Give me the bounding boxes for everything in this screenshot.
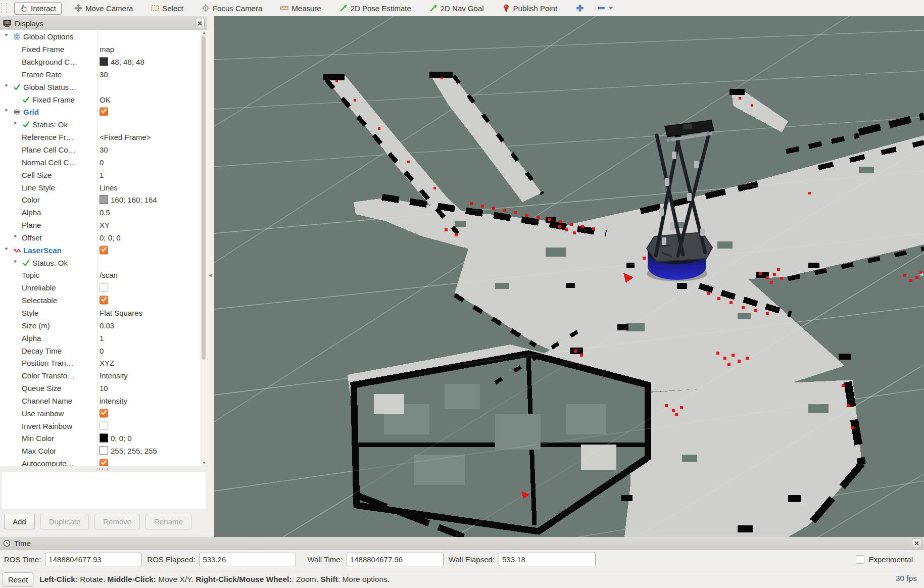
tree-row-line-style[interactable]: Line StyleLines xyxy=(0,181,207,193)
ros-time-input[interactable] xyxy=(45,553,142,566)
tree-row-position-tran[interactable]: Position Tran…XYZ xyxy=(0,357,207,369)
tree-row-reference-fr[interactable]: Reference Fr…<Fixed Frame> xyxy=(0,131,207,143)
scrollbar-thumb[interactable] xyxy=(202,36,206,360)
tree-row-decay-time[interactable]: Decay Time0 xyxy=(0,344,207,357)
ros-elapsed-field: ROS Elapsed: xyxy=(147,553,296,566)
toolbar-2d-pose-estimate[interactable]: 2D Pose Estimate xyxy=(334,2,417,15)
property-label: Fixed Frame xyxy=(32,95,75,104)
toolbar-publish-point[interactable]: Publish Point xyxy=(497,2,563,15)
toolbar-label: Focus Camera xyxy=(213,4,262,13)
toolbar-interact[interactable]: Interact xyxy=(14,2,62,15)
tree-row-laserscan[interactable]: LaserScan xyxy=(0,243,207,256)
tree-row-use-rainbow[interactable]: Use rainbow xyxy=(0,407,207,419)
tree-row-min-color[interactable]: Min Color0; 0; 0 xyxy=(0,432,207,445)
property-value xyxy=(100,246,108,254)
fps-counter: 30 fps xyxy=(896,574,917,583)
tree-row-frame-rate[interactable]: Frame Rate30 xyxy=(0,68,207,81)
checkbox-checked[interactable] xyxy=(100,409,108,417)
tree-row-global-options[interactable]: Global Options xyxy=(0,30,207,43)
ros-elapsed-input[interactable] xyxy=(199,553,296,566)
experimental-option[interactable]: Experimental xyxy=(856,555,913,564)
experimental-checkbox[interactable] xyxy=(856,555,864,564)
toolbar-focus-camera[interactable]: Focus Camera xyxy=(196,2,268,15)
expander-open-icon[interactable] xyxy=(4,83,11,90)
collapse-right-icon[interactable]: ◀ xyxy=(919,272,924,283)
property-label: Use rainbow xyxy=(22,409,64,417)
property-label: Grid xyxy=(23,108,39,116)
checkbox-checked[interactable] xyxy=(100,296,108,305)
tree-row-fixed-frame[interactable]: Fixed Framemap xyxy=(0,43,207,56)
property-label: Plane Cell Co… xyxy=(22,145,76,154)
tree-row-autocompute[interactable]: Autocompute… xyxy=(0,457,207,466)
color-swatch[interactable] xyxy=(100,447,108,455)
property-value: Lines xyxy=(100,183,118,191)
checkbox-unchecked[interactable] xyxy=(100,421,108,430)
tree-row-status-ok[interactable]: Status: Ok xyxy=(0,256,207,269)
time-close-icon[interactable] xyxy=(912,538,921,548)
tree-row-grid[interactable]: Grid xyxy=(0,106,207,118)
checkbox-checked[interactable] xyxy=(100,108,108,116)
checkbox-unchecked[interactable] xyxy=(100,283,108,292)
checkbox-checked[interactable] xyxy=(100,246,108,254)
tree-row-queue-size[interactable]: Queue Size10 xyxy=(0,382,207,395)
property-label: Decay Time xyxy=(22,346,62,355)
property-label: Autocompute… xyxy=(22,459,74,466)
tree-row-invert-rainbow[interactable]: Invert Rainbow xyxy=(0,419,207,432)
displays-close-icon[interactable] xyxy=(195,19,205,28)
tree-row-max-color[interactable]: Max Color255; 255; 255 xyxy=(0,445,207,457)
color-swatch[interactable] xyxy=(100,58,108,66)
tree-row-offset[interactable]: Offset0; 0; 0 xyxy=(0,231,207,244)
tree-row-channel-name[interactable]: Channel Nameintensity xyxy=(0,394,207,407)
tree-row-color-transfo[interactable]: Color Transfo…Intensity xyxy=(0,369,207,382)
tree-row-cell-size[interactable]: Cell Size1 xyxy=(0,168,207,181)
tree-row-normal-cell-c[interactable]: Normal Cell C…0 xyxy=(0,156,207,168)
tree-vertical-scrollbar[interactable]: ▲ ▼ xyxy=(201,30,207,466)
tree-row-fixed-frame[interactable]: Fixed FrameOK xyxy=(0,93,207,106)
tree-row-plane[interactable]: PlaneXY xyxy=(0,219,207,231)
expander-closed-icon[interactable] xyxy=(13,259,20,266)
tree-row-unreliable[interactable]: Unreliable xyxy=(0,281,207,294)
wall-elapsed-input[interactable] xyxy=(499,553,596,566)
checkbox-checked[interactable] xyxy=(100,459,108,466)
tree-row-size-m[interactable]: Size (m)0.03 xyxy=(0,319,207,331)
tree-row-global-status[interactable]: Global Status… xyxy=(0,80,207,93)
tree-row-topic[interactable]: Topic/scan xyxy=(0,269,207,281)
property-label: Max Color xyxy=(22,447,56,455)
expander-closed-icon[interactable] xyxy=(13,121,20,128)
displays-panel-header[interactable]: Displays xyxy=(0,16,207,31)
tree-row-alpha[interactable]: Alpha1 xyxy=(0,331,207,344)
add-tool-button[interactable] xyxy=(576,4,584,12)
reset-button[interactable]: Reset xyxy=(3,572,33,587)
property-value: XY xyxy=(100,221,110,229)
time-panel-header[interactable]: Time xyxy=(0,537,924,550)
tree-row-style[interactable]: StyleFlat Squares xyxy=(0,307,207,319)
expander-open-icon[interactable] xyxy=(4,108,11,115)
tree-row-alpha[interactable]: Alpha0.5 xyxy=(0,206,207,219)
remove-tool-button[interactable] xyxy=(597,4,613,12)
color-swatch[interactable] xyxy=(100,195,108,204)
add-button[interactable]: Add xyxy=(4,514,35,529)
expander-open-icon[interactable] xyxy=(4,247,11,254)
help-segment: : Zoom. xyxy=(291,575,320,583)
toolbar-grip[interactable] xyxy=(1,3,7,13)
toolbar-measure[interactable]: Measure xyxy=(275,2,326,15)
collapse-left-icon[interactable]: ◀ xyxy=(209,273,212,278)
tree-row-plane-cell-co[interactable]: Plane Cell Co…30 xyxy=(0,143,207,156)
tree-row-status-ok[interactable]: Status: Ok xyxy=(0,118,207,131)
color-swatch[interactable] xyxy=(100,434,108,443)
expander-open-icon[interactable] xyxy=(4,33,11,40)
clock-icon xyxy=(3,540,11,547)
toolbar-move-camera[interactable]: Move Camera xyxy=(69,2,138,15)
panel-splitter[interactable]: ◀ xyxy=(207,16,214,537)
toolbar-select[interactable]: Select xyxy=(145,2,189,15)
tree-row-background-c[interactable]: Background C…48; 48; 48 xyxy=(0,56,207,68)
tree-row-selectable[interactable]: Selectable xyxy=(0,294,207,307)
tree-row-color[interactable]: Color160; 160; 164 xyxy=(0,193,207,206)
property-label: Status: Ok xyxy=(32,120,68,129)
3d-viewport[interactable] xyxy=(214,16,924,537)
wall-time-input[interactable] xyxy=(347,553,444,566)
expander-closed-icon[interactable] xyxy=(13,234,20,241)
property-label: Alpha xyxy=(22,333,41,342)
toolbar-2d-nav-goal[interactable]: 2D Nav Goal xyxy=(424,2,490,15)
property-label: Unreliable xyxy=(22,283,56,292)
